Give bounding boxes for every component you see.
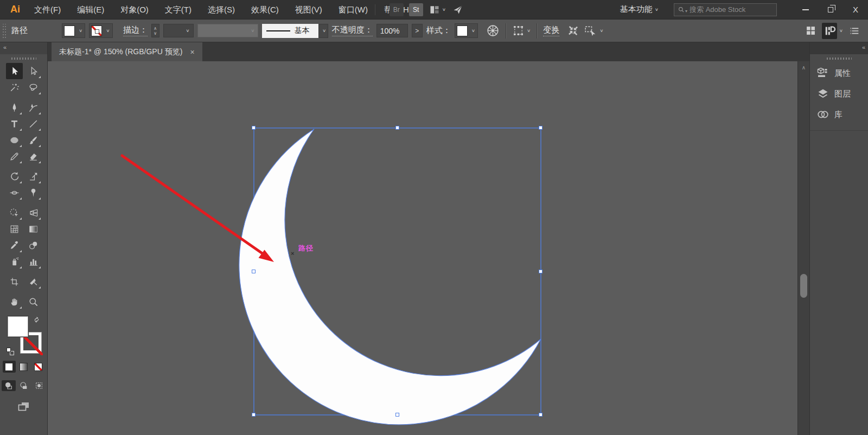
line-segment-tool[interactable]: [25, 116, 42, 132]
selection-tool[interactable]: [6, 63, 23, 79]
opacity-label[interactable]: 不透明度：: [332, 25, 373, 36]
adobe-stock-search[interactable]: ▾ 搜索 Adobe Stock: [674, 3, 777, 16]
draw-normal-button[interactable]: [2, 380, 16, 391]
perspective-grid-tool[interactable]: [25, 204, 42, 221]
panel-tab-libraries[interactable]: 库: [810, 104, 868, 125]
eyedropper-tool[interactable]: [6, 237, 23, 253]
menu-item-object[interactable]: 对象(O): [112, 0, 157, 19]
transform-label[interactable]: 变换: [543, 25, 559, 36]
minimize-button[interactable]: [793, 0, 818, 19]
rotate-tool[interactable]: [6, 168, 23, 184]
close-button[interactable]: X: [843, 0, 868, 19]
brush-definition-control[interactable]: 基本 ∨: [262, 24, 328, 38]
curvature-tool[interactable]: [25, 99, 42, 116]
crescent-moon-shape[interactable]: [239, 129, 541, 425]
style-control[interactable]: ∨: [455, 23, 478, 38]
stroke-weight-label[interactable]: 描边：: [123, 25, 148, 36]
stroke-weight-field[interactable]: ∨: [163, 24, 194, 37]
eraser-tool[interactable]: [25, 148, 42, 164]
gather-objects-icon[interactable]: [566, 24, 580, 37]
menu-item-file[interactable]: 文件(F): [26, 0, 69, 19]
paintbrush-tool[interactable]: [25, 132, 42, 148]
fill-indicator[interactable]: [8, 316, 28, 337]
menu-item-window[interactable]: 窗口(W): [330, 0, 376, 19]
draw-behind-button[interactable]: [17, 380, 31, 391]
selection-handle-middle-right[interactable]: [539, 270, 542, 273]
isolate-selection-icon[interactable]: ∨: [584, 24, 603, 37]
scroll-up-icon[interactable]: ∧: [798, 65, 809, 71]
opacity-field[interactable]: 100%: [376, 24, 408, 37]
dock-grip[interactable]: [827, 57, 852, 60]
bridge-button[interactable]: Br: [390, 3, 404, 16]
lasso-tool[interactable]: [25, 79, 42, 95]
none-button[interactable]: [32, 361, 45, 373]
select-similar-icon[interactable]: ∨: [512, 24, 531, 37]
workspace-switcher[interactable]: 基本功能 ∨: [620, 4, 659, 15]
vertical-scrollbar[interactable]: ∧: [797, 61, 809, 435]
panel-tab-layers[interactable]: 图层: [810, 84, 868, 104]
pen-tool[interactable]: [6, 99, 23, 116]
dock-panels-button[interactable]: [822, 23, 837, 39]
type-tool[interactable]: [6, 116, 23, 132]
draw-inside-button[interactable]: [32, 380, 46, 391]
magic-wand-tool[interactable]: [6, 79, 23, 95]
puppet-warp-tool[interactable]: [25, 184, 42, 201]
column-graph-tool[interactable]: [25, 253, 42, 270]
menu-item-type[interactable]: 文字(T): [157, 0, 200, 19]
panel-tab-properties[interactable]: 属性: [810, 63, 868, 84]
menu-item-view[interactable]: 视图(V): [287, 0, 330, 19]
menu-item-edit[interactable]: 编辑(E): [69, 0, 112, 19]
zoom-tool[interactable]: [25, 293, 42, 310]
tools-grip[interactable]: [11, 57, 36, 60]
default-colors-icon[interactable]: [7, 348, 14, 355]
share-plane-icon[interactable]: [452, 4, 463, 15]
selection-handle-top-left[interactable]: [252, 126, 256, 130]
shaper-pencil-tool[interactable]: [6, 148, 23, 164]
tools-collapse[interactable]: «: [0, 42, 47, 54]
stock-button[interactable]: St: [409, 3, 423, 16]
stroke-color-control[interactable]: ∨: [89, 23, 112, 38]
screen-mode-button[interactable]: [17, 400, 31, 413]
gradient-tool[interactable]: [25, 221, 42, 237]
blend-tool[interactable]: [25, 237, 42, 253]
menu-item-select[interactable]: 选择(S): [200, 0, 243, 19]
selection-handle-middle-left[interactable]: [252, 270, 256, 273]
style-swatch[interactable]: [457, 25, 468, 36]
artboard-tool[interactable]: [6, 273, 23, 290]
selection-handle-bottom-right[interactable]: [539, 413, 542, 417]
hand-tool[interactable]: [6, 293, 23, 310]
stroke-weight-stepper[interactable]: ∧∨: [151, 24, 159, 37]
selection-handle-bottom-center[interactable]: [395, 413, 399, 417]
mesh-tool[interactable]: [6, 221, 23, 237]
menu-item-effect[interactable]: 效果(C): [243, 0, 287, 19]
restore-button[interactable]: [818, 0, 843, 19]
artboard-canvas[interactable]: × 路径: [48, 61, 797, 435]
opacity-expand-button[interactable]: >: [412, 24, 423, 37]
document-tab[interactable]: 未标题-1* @ 150% (RGB/GPU 预览) ×: [52, 42, 202, 61]
symbol-sprayer-tool[interactable]: [6, 253, 23, 270]
selection-handle-bottom-left[interactable]: [252, 413, 256, 417]
ellipse-tool[interactable]: [6, 132, 23, 148]
slice-tool[interactable]: [25, 273, 42, 290]
width-tool[interactable]: [6, 184, 23, 201]
tab-close-icon[interactable]: ×: [190, 48, 194, 56]
swap-fill-stroke-icon[interactable]: [33, 316, 40, 323]
panel-grip[interactable]: [3, 24, 7, 38]
path-tooltip: 路径: [298, 244, 314, 253]
selection-handle-top-center[interactable]: [395, 126, 399, 130]
selection-handle-top-right[interactable]: [539, 126, 542, 130]
fill-color-control[interactable]: ∨: [62, 23, 85, 38]
shape-builder-tool[interactable]: [6, 204, 23, 221]
direct-selection-tool[interactable]: [25, 63, 42, 79]
dock-collapse[interactable]: «: [810, 42, 868, 54]
gradient-button[interactable]: [17, 361, 30, 373]
arrange-documents-icon[interactable]: ∨: [429, 4, 446, 15]
fill-swatch[interactable]: [64, 25, 75, 36]
color-button[interactable]: [3, 361, 16, 373]
stroke-none-swatch[interactable]: [91, 25, 102, 36]
scrollbar-thumb[interactable]: [800, 274, 807, 298]
workspace-grid-icon[interactable]: [805, 25, 816, 36]
scale-tool[interactable]: [25, 168, 42, 184]
recolor-artwork-icon[interactable]: [486, 24, 500, 37]
panel-menu-icon[interactable]: [848, 25, 860, 37]
